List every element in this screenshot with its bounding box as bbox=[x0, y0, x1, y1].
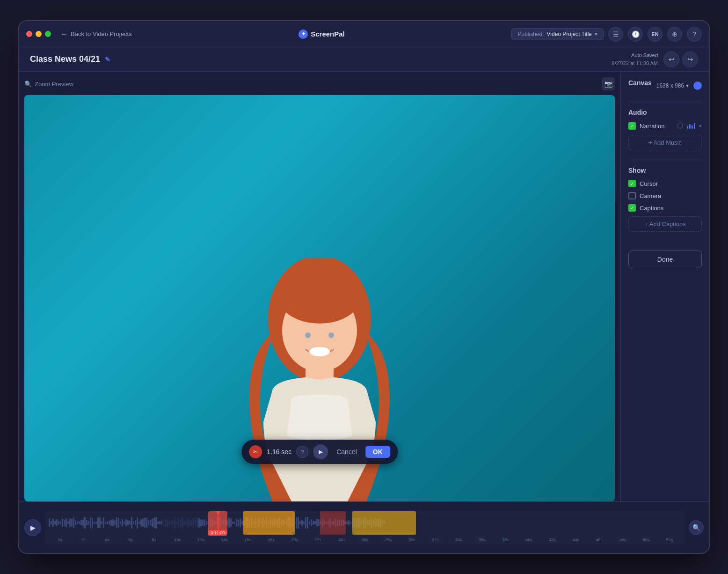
language-button[interactable]: EN bbox=[648, 27, 662, 42]
captions-label: Captions bbox=[640, 205, 702, 212]
tick-22s: 22s bbox=[306, 537, 330, 542]
canvas-title: Canvas bbox=[628, 79, 652, 87]
maximize-button[interactable] bbox=[45, 31, 51, 37]
add-music-button[interactable]: + Add Music bbox=[628, 135, 702, 150]
layers-icon-button[interactable]: ⊕ bbox=[667, 27, 682, 42]
video-subject bbox=[207, 258, 432, 501]
help-icon-button[interactable]: ? bbox=[687, 27, 702, 42]
camera-row: Camera bbox=[628, 192, 702, 199]
timeline-controls: ▶ 0:16:00 0s 2s 4s 6s bbox=[24, 506, 704, 549]
tick-52s: 52s bbox=[658, 537, 681, 542]
project-title-text: Class News 04/21 bbox=[30, 54, 100, 64]
main-content: 🔍 Zoom Preview 📷 bbox=[19, 72, 709, 501]
cursor-checkbox[interactable]: ✓ bbox=[628, 180, 636, 187]
title-center: ✦ ScreenPal bbox=[138, 29, 506, 39]
cursor-label: Cursor bbox=[640, 180, 702, 187]
editor-right: Auto Saved 9/27/22 at 11:38 AM ↩ ↪ bbox=[612, 52, 698, 67]
tick-46s: 46s bbox=[588, 537, 611, 542]
narration-info-icon[interactable]: ⓘ bbox=[677, 122, 683, 130]
clock-icon-button[interactable]: 🕐 bbox=[628, 27, 643, 42]
tick-48s: 48s bbox=[611, 537, 634, 542]
app-name: ScreenPal bbox=[311, 30, 345, 38]
publish-button[interactable]: Published: Video Project Title ▾ bbox=[511, 28, 604, 40]
tick-2s: 2s bbox=[72, 537, 95, 542]
tick-18s: 18s bbox=[260, 537, 283, 542]
timeline-track[interactable]: 0:16:00 0s 2s 4s 6s 8s 10s 12s 14s 16s 1… bbox=[45, 511, 685, 544]
narration-label: Narration bbox=[640, 123, 673, 130]
screenshot-icon-button[interactable]: 📷 bbox=[602, 77, 615, 90]
tick-32s: 32s bbox=[423, 537, 447, 542]
canvas-size-button[interactable]: 1638 x 986 ▾ bbox=[656, 82, 689, 89]
add-captions-button[interactable]: + Add Captions bbox=[628, 216, 702, 232]
canvas-size-text: 1638 x 986 bbox=[656, 82, 684, 89]
app-logo: ✦ ScreenPal bbox=[298, 29, 345, 39]
editor-bar: Class News 04/21 ✎ Auto Saved 9/27/22 at… bbox=[19, 47, 709, 72]
cut-play-button[interactable]: ▶ bbox=[313, 444, 328, 459]
video-background: ✂ 1.16 sec ? ▶ Cancel OK bbox=[24, 95, 615, 501]
tick-40s: 40s bbox=[517, 537, 541, 542]
cut-time: 1.16 sec bbox=[267, 448, 291, 456]
tick-8s: 8s bbox=[142, 537, 166, 542]
narration-checkbox[interactable]: ✓ bbox=[628, 122, 636, 130]
canvas-dropdown-icon: ▾ bbox=[686, 82, 689, 89]
tick-6s: 6s bbox=[119, 537, 142, 542]
segment-red-2 bbox=[320, 511, 346, 535]
redo-button[interactable]: ↪ bbox=[682, 52, 698, 67]
project-title-group: Class News 04/21 ✎ bbox=[30, 54, 110, 64]
svg-point-4 bbox=[305, 332, 311, 338]
back-label: Back to Video Projects bbox=[71, 30, 132, 37]
tick-20s: 20s bbox=[283, 537, 306, 542]
camera-checkbox[interactable] bbox=[628, 192, 636, 199]
cut-help-button[interactable]: ? bbox=[296, 446, 308, 458]
timeline-search-button[interactable]: 🔍 bbox=[689, 520, 704, 535]
playhead[interactable] bbox=[218, 511, 218, 536]
cut-popup: ✂ 1.16 sec ? ▶ Cancel OK bbox=[241, 440, 398, 464]
tick-38s: 38s bbox=[494, 537, 517, 542]
canvas-section: Canvas 1638 x 986 ▾ bbox=[628, 79, 702, 92]
narration-dropdown-icon[interactable]: ▾ bbox=[699, 123, 702, 129]
divider-1 bbox=[628, 102, 702, 102]
autosave-time: 9/27/22 at 11:38 AM bbox=[612, 59, 658, 67]
cut-icon: ✂ bbox=[249, 445, 262, 458]
tick-44s: 44s bbox=[564, 537, 588, 542]
canvas-color-dot[interactable] bbox=[693, 81, 702, 90]
tick-4s: 4s bbox=[95, 537, 119, 542]
minimize-button[interactable] bbox=[36, 31, 42, 37]
edit-title-icon[interactable]: ✎ bbox=[105, 56, 110, 63]
tick-10s: 10s bbox=[166, 537, 189, 542]
tick-28s: 28s bbox=[377, 537, 400, 542]
timeline-area: ▶ 0:16:00 0s 2s 4s 6s bbox=[19, 501, 709, 553]
camera-label: Camera bbox=[640, 192, 702, 199]
timeline-play-button[interactable]: ▶ bbox=[24, 519, 41, 536]
cut-ok-button[interactable]: OK bbox=[365, 446, 390, 458]
divider-2 bbox=[628, 160, 702, 160]
close-button[interactable] bbox=[26, 31, 32, 37]
traffic-lights bbox=[26, 31, 51, 37]
show-section: Show ✓ Cursor Camera ✓ Captions + Add Ca… bbox=[628, 167, 702, 232]
video-canvas: ✂ 1.16 sec ? ▶ Cancel OK bbox=[24, 95, 615, 501]
segment-yellow-1 bbox=[243, 511, 294, 535]
timeline-ruler: 0s 2s 4s 6s 8s 10s 12s 14s 16s 18s 20s 2… bbox=[45, 536, 685, 544]
zoom-preview-button[interactable]: 🔍 Zoom Preview bbox=[24, 81, 73, 88]
tick-24s: 24s bbox=[330, 537, 353, 542]
tick-12s: 12s bbox=[189, 537, 212, 542]
narration-levels-icon[interactable] bbox=[687, 123, 695, 129]
autosave-info: Auto Saved 9/27/22 at 11:38 AM bbox=[612, 52, 658, 67]
title-bar: ← Back to Video Projects ✦ ScreenPal Pub… bbox=[19, 21, 709, 47]
search-icon: 🔍 bbox=[24, 81, 32, 88]
captions-checkbox[interactable]: ✓ bbox=[628, 204, 636, 212]
dropdown-arrow-icon: ▾ bbox=[595, 31, 597, 37]
cursor-row: ✓ Cursor bbox=[628, 180, 702, 187]
undo-button[interactable]: ↩ bbox=[663, 52, 679, 67]
list-icon-button[interactable]: ☰ bbox=[608, 27, 623, 42]
tick-42s: 42s bbox=[541, 537, 564, 542]
publish-title: Video Project Title bbox=[547, 31, 592, 37]
done-button[interactable]: Done bbox=[628, 250, 702, 268]
canvas-header: Canvas 1638 x 986 ▾ bbox=[628, 79, 702, 92]
zoom-preview-label: Zoom Preview bbox=[35, 81, 73, 88]
back-button[interactable]: ← Back to Video Projects bbox=[60, 30, 132, 38]
undo-redo-group: ↩ ↪ bbox=[663, 52, 698, 67]
captions-row: ✓ Captions bbox=[628, 204, 702, 212]
right-panel: Canvas 1638 x 986 ▾ Audio ✓ Narration ⓘ bbox=[620, 72, 709, 501]
cut-cancel-button[interactable]: Cancel bbox=[333, 446, 361, 457]
